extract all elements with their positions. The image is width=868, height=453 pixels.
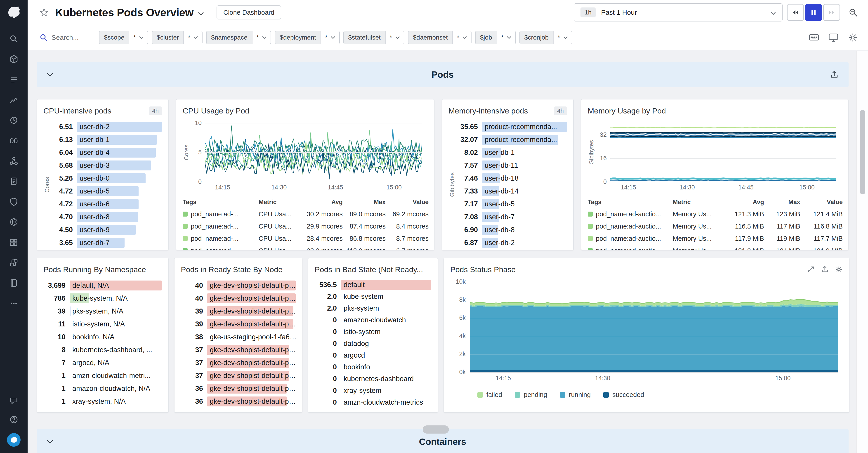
security-icon[interactable] <box>8 196 19 207</box>
toplist-row[interactable]: 8.02user-db-1 <box>456 146 567 159</box>
favorite-star-icon[interactable] <box>39 8 49 17</box>
toplist-row[interactable]: 6.87user-db-2 <box>456 236 567 249</box>
stacked-area-plot[interactable] <box>470 282 838 372</box>
toplist-row[interactable]: 0amzn-cloudwatch-metrics <box>315 396 431 408</box>
dashboard-title[interactable]: Kubernetes Pods Overview <box>55 6 193 19</box>
variable-value[interactable]: * <box>184 31 202 44</box>
template-variable-daemonset[interactable]: $daemonset* <box>408 31 471 44</box>
toplist-row[interactable]: 0kubernetes-dashboard <box>315 373 431 385</box>
user-avatar[interactable] <box>7 433 21 447</box>
more-icon[interactable] <box>8 298 19 309</box>
toplist-row[interactable]: 1amazon-cloudwatch, N/A <box>43 382 162 395</box>
toplist-row[interactable]: 37gke-dev-shopist-default-po... <box>181 343 296 356</box>
tv-mode-icon[interactable] <box>828 32 839 43</box>
keyboard-shortcuts-icon[interactable] <box>809 32 819 43</box>
toplist-row[interactable]: 40gke-dev-shopist-default-po... <box>181 292 296 305</box>
legend-item-failed[interactable]: failed <box>477 391 502 398</box>
template-variable-statefulset[interactable]: $statefulset* <box>343 31 404 44</box>
legend-row-tag[interactable]: pod_name:ad-auctio... <box>588 208 673 220</box>
toplist-row[interactable]: 39gke-dev-shopist-default-po... <box>181 318 296 331</box>
synthetics-icon[interactable] <box>8 216 19 228</box>
timeseries-plot[interactable] <box>610 123 836 182</box>
monitors-icon[interactable] <box>8 115 19 126</box>
legend-row-tag[interactable]: pod_name:ad-... <box>183 245 258 250</box>
template-variable-cronjob[interactable]: $cronjob* <box>520 31 572 44</box>
logs-icon[interactable] <box>8 176 19 187</box>
variable-value[interactable]: * <box>453 31 471 44</box>
toplist-row[interactable]: 7.08user-db-7 <box>456 210 567 223</box>
template-variable-scope[interactable]: $scope* <box>99 31 148 44</box>
legend-row-tag[interactable]: pod_name:ad-... <box>183 220 258 232</box>
toplist-row[interactable]: 10bookinfo, N/A <box>43 331 162 343</box>
toplist-row[interactable]: 0istio-system <box>315 326 431 338</box>
metrics-icon[interactable] <box>8 94 19 105</box>
toplist-row[interactable]: 0xray-system <box>315 385 431 396</box>
legend-item-running[interactable]: running <box>560 391 591 398</box>
toplist-row[interactable]: 4.50user-db-9 <box>51 223 162 236</box>
toplist-row[interactable]: 0argocd <box>315 350 431 361</box>
legend-row-tag[interactable]: pod_name:ad-auctio... <box>588 232 673 245</box>
section-header-pods[interactable]: Pods <box>37 62 848 87</box>
toplist-row[interactable]: 8kubernetes-dashboard, ... <box>43 343 162 356</box>
toplist-row[interactable]: 2.0kube-system <box>315 291 431 302</box>
settings-gear-icon[interactable] <box>848 32 858 43</box>
toplist-row[interactable]: 2.0pks-system <box>315 302 431 314</box>
toplist-row[interactable]: 6.13user-db-1 <box>51 133 162 146</box>
collapse-chevron-icon[interactable] <box>46 72 53 77</box>
toplist-row[interactable]: 4.72user-db-5 <box>51 185 162 198</box>
variable-value[interactable]: * <box>554 31 572 44</box>
toplist-row[interactable]: 7.46user-db-18 <box>456 172 567 185</box>
collapse-chevron-icon[interactable] <box>46 440 53 444</box>
variable-value[interactable]: * <box>252 31 271 44</box>
toplist-row[interactable]: 35.65product-recommenda... <box>456 120 567 133</box>
variable-value[interactable]: * <box>129 31 148 44</box>
legend-row-tag[interactable]: pod_name:ad-auctio <box>588 245 673 250</box>
toplist-row[interactable]: 6.51user-db-2 <box>51 120 162 133</box>
zoom-out-icon[interactable] <box>848 7 858 18</box>
variable-value[interactable]: * <box>321 31 339 44</box>
toplist-row[interactable]: 786kube-system, N/A <box>43 292 162 305</box>
notebooks-icon[interactable] <box>8 278 19 289</box>
toplist-row[interactable]: 32.07product-recommenda... <box>456 133 567 146</box>
toplist-row[interactable]: 4.72user-db-6 <box>51 198 162 210</box>
toplist-row[interactable]: 7argocd, N/A <box>43 356 162 369</box>
timeseries-plot[interactable] <box>205 123 422 182</box>
variable-value[interactable]: * <box>497 31 515 44</box>
vertical-scrollbar[interactable] <box>856 51 868 453</box>
search-icon[interactable] <box>8 33 19 44</box>
forward-button[interactable] <box>823 4 840 21</box>
toplist-row[interactable]: 39pks-system, N/A <box>43 305 162 318</box>
toplist-row[interactable]: 1amzn-cloudwatch-metri... <box>43 369 162 382</box>
clone-dashboard-button[interactable]: Clone Dashboard <box>217 5 281 20</box>
toplist-row[interactable]: 7.17user-db-5 <box>456 198 567 210</box>
template-variable-job[interactable]: $job* <box>475 31 516 44</box>
legend-row-tag[interactable]: pod_name:ad-... <box>183 208 258 220</box>
fullscreen-icon[interactable] <box>807 266 815 273</box>
toplist-row[interactable]: 5.26user-db-0 <box>51 172 162 185</box>
rewind-button[interactable] <box>787 4 804 21</box>
chevron-down-icon[interactable] <box>198 9 204 18</box>
export-icon[interactable] <box>821 266 829 273</box>
help-icon[interactable] <box>8 414 19 425</box>
chat-icon[interactable] <box>8 395 19 406</box>
toplist-row[interactable]: 11istio-system, N/A <box>43 318 162 331</box>
infrastructure-icon[interactable] <box>8 54 19 65</box>
toplist-row[interactable]: 36gke-dev-shopist-default-po... <box>181 395 296 408</box>
toplist-row[interactable]: 4.70user-db-8 <box>51 210 162 223</box>
export-icon[interactable] <box>830 70 839 79</box>
toplist-row[interactable]: 39gke-dev-shopist-default-po... <box>181 305 296 318</box>
template-variable-cluster[interactable]: $cluster* <box>152 31 203 44</box>
toplist-row[interactable]: 0bookinfo <box>315 361 431 373</box>
toplist-row[interactable]: 6.04user-db-4 <box>51 146 162 159</box>
vertical-scrollbar-thumb[interactable] <box>860 110 865 194</box>
toplist-row[interactable]: 36gke-dev-shopist-default-po... <box>181 382 296 395</box>
template-variable-deployment[interactable]: $deployment* <box>275 31 340 44</box>
toplist-row[interactable]: 37gke-dev-shopist-default-po... <box>181 356 296 369</box>
toplist-row[interactable]: 0amazon-cloudwatch <box>315 314 431 326</box>
toplist-row[interactable]: 0datadog <box>315 338 431 350</box>
toplist-row[interactable]: 40gke-dev-shopist-default-po... <box>181 279 296 292</box>
legend-item-pending[interactable]: pending <box>515 391 547 398</box>
toplist-row[interactable]: 1xray-system, N/A <box>43 395 162 408</box>
events-icon[interactable] <box>8 74 19 85</box>
integrations-icon[interactable] <box>8 257 19 268</box>
